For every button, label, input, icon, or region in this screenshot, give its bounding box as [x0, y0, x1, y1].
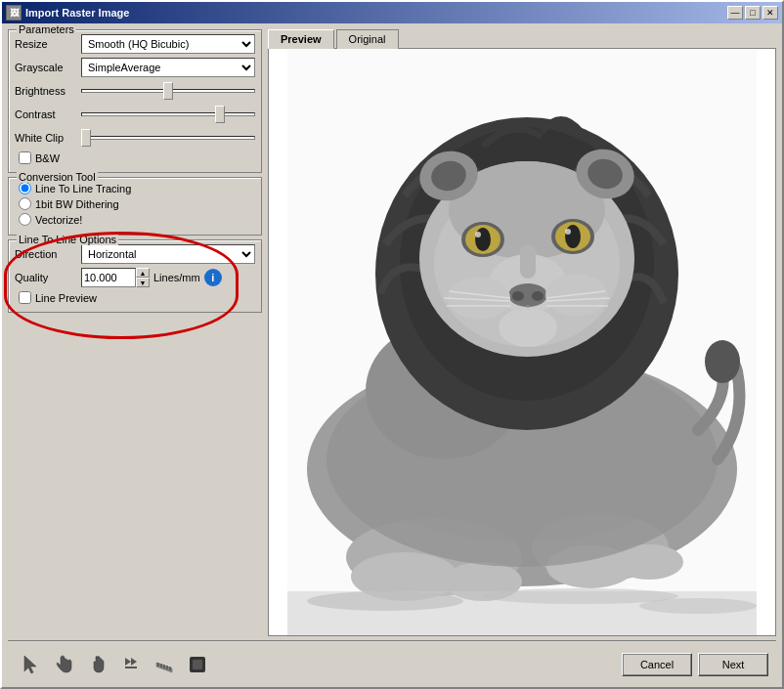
maximize-button[interactable]: □	[745, 6, 761, 20]
whiteclip-label: White Clip	[15, 132, 81, 144]
svg-rect-60	[193, 660, 202, 669]
vectorize-radio[interactable]	[19, 213, 31, 226]
next-button[interactable]: Next	[698, 653, 768, 676]
bw-checkbox[interactable]	[19, 151, 31, 164]
direction-label: Direction	[15, 248, 81, 260]
toolbar-buttons: Cancel Next	[622, 653, 768, 676]
vectorize-label: Vectorize!	[35, 214, 82, 226]
right-panel: Preview Original	[268, 29, 776, 636]
quality-spinner: ▲ ▼	[81, 268, 150, 287]
window-icon: 🖼	[6, 5, 22, 21]
resize-label: Resize	[15, 38, 81, 50]
main-window: 🖼 Import Raster Image — □ ✕ Parameters R…	[0, 0, 784, 689]
quality-input[interactable]	[81, 268, 136, 287]
brightness-track	[81, 89, 255, 93]
line-tracing-radio[interactable]	[19, 182, 31, 194]
zoom-in-icon-button[interactable]	[115, 649, 147, 680]
bw-row: B&W	[19, 151, 255, 164]
brightness-row: Brightness	[15, 81, 255, 101]
direction-row: Direction Horizontal	[15, 244, 255, 264]
left-panel: Parameters Resize Smooth (HQ Bicubic) Gr…	[8, 29, 262, 636]
toolbar-icons	[16, 649, 618, 680]
parameters-label: Parameters	[17, 23, 76, 35]
line-options-group: Line To Line Options Direction Horizonta…	[8, 239, 262, 313]
bw-dithering-radio[interactable]	[19, 197, 31, 210]
quality-unit: Lines/mm	[153, 272, 200, 283]
grayscale-label: Grayscale	[15, 62, 81, 73]
whiteclip-slider-container	[81, 128, 255, 148]
line-tracing-row: Line To Line Tracing	[19, 182, 255, 194]
settings-icon-button[interactable]	[182, 649, 213, 680]
vectorize-row: Vectorize!	[19, 213, 255, 226]
svg-marker-51	[131, 658, 137, 666]
line-preview-checkbox[interactable]	[19, 291, 31, 304]
line-tracing-label: Line To Line Tracing	[35, 183, 131, 194]
conversion-tool-label: Conversion Tool	[17, 171, 98, 183]
contrast-row: Contrast	[15, 105, 255, 124]
lion-preview-image	[287, 49, 757, 635]
line-options-wrapper: Line To Line Options Direction Horizonta…	[8, 239, 262, 313]
title-bar-buttons: — □ ✕	[727, 6, 778, 20]
cursor-icon-button[interactable]	[16, 649, 47, 680]
conversion-tool-group: Conversion Tool Line To Line Tracing 1bi…	[8, 177, 262, 236]
contrast-label: Contrast	[15, 108, 81, 120]
resize-row: Resize Smooth (HQ Bicubic)	[15, 34, 255, 54]
main-layout: Parameters Resize Smooth (HQ Bicubic) Gr…	[8, 29, 776, 636]
minimize-button[interactable]: —	[727, 6, 743, 20]
bw-dithering-row: 1bit BW Dithering	[19, 197, 255, 210]
contrast-slider-container	[81, 105, 255, 124]
quality-row: Quality ▲ ▼ Lines/mm i	[15, 268, 255, 287]
info-button[interactable]: i	[204, 269, 222, 286]
preview-area	[268, 48, 776, 636]
grayscale-row: Grayscale SimpleAverage	[15, 58, 255, 77]
svg-rect-47	[287, 49, 757, 635]
grab-icon-button[interactable]	[82, 649, 113, 680]
cancel-button[interactable]: Cancel	[622, 653, 692, 676]
whiteclip-track	[81, 136, 255, 140]
line-preview-row: Line Preview	[19, 291, 255, 304]
whiteclip-row: White Clip	[15, 128, 255, 148]
title-bar: 🖼 Import Raster Image — □ ✕	[2, 2, 782, 23]
svg-point-48	[705, 340, 740, 383]
measure-icon-button[interactable]	[149, 649, 180, 680]
brightness-label: Brightness	[15, 85, 81, 97]
bw-label: B&W	[35, 152, 60, 164]
brightness-slider-container	[81, 81, 255, 101]
contrast-thumb	[215, 106, 225, 123]
line-options-label: Line To Line Options	[17, 234, 118, 245]
contrast-track	[81, 112, 255, 116]
brightness-thumb	[163, 82, 173, 100]
window-title: Import Raster Image	[25, 7, 727, 19]
line-preview-label: Line Preview	[35, 292, 97, 304]
grayscale-select[interactable]: SimpleAverage	[81, 58, 255, 77]
spin-up-button[interactable]: ▲	[136, 268, 150, 278]
tab-preview[interactable]: Preview	[268, 29, 334, 49]
parameters-group: Parameters Resize Smooth (HQ Bicubic) Gr…	[8, 29, 262, 173]
svg-rect-52	[125, 667, 137, 668]
bw-dithering-label: 1bit BW Dithering	[35, 198, 119, 210]
tab-bar: Preview Original	[268, 29, 776, 49]
svg-marker-50	[125, 658, 131, 666]
tab-original[interactable]: Original	[336, 29, 399, 49]
pan-icon-button[interactable]	[49, 649, 80, 680]
svg-marker-49	[24, 656, 36, 673]
whiteclip-thumb	[81, 129, 91, 147]
spin-down-button[interactable]: ▼	[136, 278, 150, 287]
window-content: Parameters Resize Smooth (HQ Bicubic) Gr…	[2, 23, 782, 689]
quality-label: Quality	[15, 272, 81, 283]
direction-select[interactable]: Horizontal	[81, 244, 255, 264]
spinner-buttons: ▲ ▼	[136, 268, 150, 287]
close-button[interactable]: ✕	[762, 6, 778, 20]
resize-select[interactable]: Smooth (HQ Bicubic)	[81, 34, 255, 54]
bottom-toolbar: Cancel Next	[8, 640, 776, 687]
